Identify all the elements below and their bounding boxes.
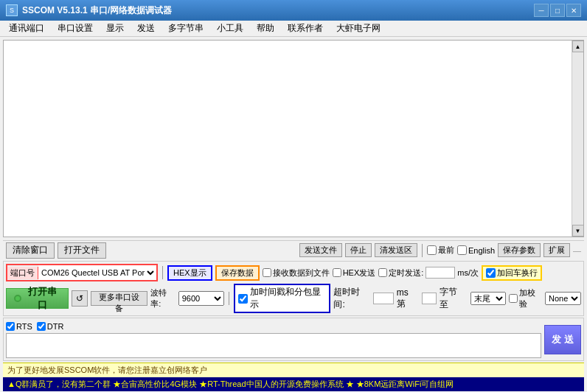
timed-send-box: 定时发送: 1000 ms/次 bbox=[378, 267, 479, 279]
hex-send-checkbox[interactable] bbox=[333, 268, 341, 277]
rts-dtr-row: RTS DTR bbox=[6, 322, 541, 331]
port-label: 端口号 bbox=[7, 267, 38, 279]
save-data-button[interactable]: 保存数据 bbox=[215, 265, 260, 281]
rts-checkbox[interactable] bbox=[6, 322, 15, 331]
hex-send-label[interactable]: HEX发送 bbox=[333, 267, 376, 279]
scroll-up-button[interactable]: ▲ bbox=[572, 41, 584, 52]
scroll-track[interactable] bbox=[572, 52, 583, 225]
app-icon: S bbox=[6, 4, 18, 16]
status-indicator bbox=[14, 295, 21, 302]
timed-interval-input[interactable]: 1000 bbox=[426, 267, 455, 279]
checksum-checkbox[interactable] bbox=[509, 294, 518, 303]
cr-lf-box: 加回车换行 bbox=[482, 265, 542, 281]
separator1 bbox=[422, 244, 423, 257]
receive-area[interactable]: ▲ ▼ bbox=[3, 40, 584, 237]
timed-send-checkbox[interactable] bbox=[378, 268, 387, 277]
rts-label[interactable]: RTS bbox=[6, 322, 32, 331]
scroll-down-button[interactable]: ▼ bbox=[572, 225, 584, 237]
port-config-row: 端口号 COM26 Quectel USB AT Port HEX显示 保存数据… bbox=[6, 264, 581, 281]
ticker-text: ▲Q群满员了，没有第二个群 ★合宙高性价比4G模块 ★RT-Thread中国人的… bbox=[7, 379, 454, 388]
port-select-box: 端口号 COM26 Quectel USB AT Port bbox=[6, 264, 158, 281]
minimize-button[interactable]: ─ bbox=[534, 4, 549, 17]
latest-checkbox-label[interactable]: 最前 bbox=[427, 245, 454, 256]
menu-port-settings[interactable]: 串口设置 bbox=[52, 21, 99, 36]
menu-multi-string[interactable]: 多字节串 bbox=[162, 21, 209, 36]
checksum-label[interactable]: 加校验 bbox=[509, 287, 542, 309]
english-checkbox[interactable] bbox=[457, 245, 467, 255]
notice-row: 为了更好地发展SSCOM软件，请您注册嘉立创网络客户 bbox=[3, 363, 584, 377]
menu-tools[interactable]: 小工具 bbox=[211, 21, 249, 36]
menu-display[interactable]: 显示 bbox=[100, 21, 130, 36]
menu-help[interactable]: 帮助 bbox=[251, 21, 280, 36]
menu-daxia[interactable]: 大虾电子网 bbox=[330, 21, 386, 36]
baud-select[interactable]: 9600 115200 4800 2400 1200 bbox=[178, 291, 224, 306]
menu-bar: 通讯端口 串口设置 显示 发送 多字节串 小工具 帮助 联系作者 大虾电子网 bbox=[0, 21, 587, 37]
timestamp-box: 加时间戳和分包显示 bbox=[234, 284, 330, 313]
timeout-label: 超时时间: bbox=[333, 286, 369, 311]
timed-unit: ms/次 bbox=[457, 267, 479, 279]
more-ports-button[interactable]: 更多串口设备 bbox=[91, 291, 147, 306]
window-controls: ─ □ ✕ bbox=[534, 4, 581, 17]
baud-label: 波特率: bbox=[150, 287, 176, 309]
notice-text: 为了更好地发展SSCOM软件，请您注册嘉立创网络客户 bbox=[7, 365, 207, 374]
send-button[interactable]: 发 送 bbox=[544, 325, 581, 354]
byte-unit: 字节 至 bbox=[440, 286, 468, 311]
maximize-button[interactable]: □ bbox=[550, 4, 565, 17]
send-section: RTS DTR 发 送 bbox=[3, 318, 584, 361]
open-port-button[interactable]: 打开串口 bbox=[6, 288, 69, 309]
send-file-button[interactable]: 发送文件 bbox=[299, 243, 342, 257]
expand-button[interactable]: 扩展 bbox=[543, 243, 570, 257]
vertical-scrollbar[interactable]: ▲ ▼ bbox=[572, 41, 583, 237]
stop-button[interactable]: 停止 bbox=[345, 243, 372, 257]
timestamp-label: 加时间戳和分包显示 bbox=[250, 286, 326, 311]
open-file-button[interactable]: 打开文件 bbox=[58, 242, 106, 259]
tail-select[interactable]: 末尾 bbox=[470, 292, 506, 305]
clear-send-button[interactable]: 清发送区 bbox=[375, 243, 417, 257]
app-title: SSCOM V5.13.1 串口/网络数据调试器 bbox=[22, 4, 172, 17]
separator2 bbox=[162, 266, 163, 279]
timed-send-label[interactable]: 定时发送: bbox=[378, 267, 423, 279]
checksum-select[interactable]: None bbox=[545, 292, 581, 305]
menu-send[interactable]: 发送 bbox=[131, 21, 161, 36]
timestamp-checkbox[interactable] bbox=[238, 294, 248, 304]
separator3 bbox=[229, 292, 229, 305]
bottom-panel: 端口号 COM26 Quectel USB AT Port HEX显示 保存数据… bbox=[3, 261, 584, 316]
ticker-row: ▲Q群满员了，没有第二个群 ★合宙高性价比4G模块 ★RT-Thread中国人的… bbox=[3, 377, 584, 391]
port-select[interactable]: COM26 Quectel USB AT Port bbox=[38, 265, 156, 280]
dtr-checkbox[interactable] bbox=[37, 322, 46, 331]
hex-display-button[interactable]: HEX显示 bbox=[167, 265, 212, 281]
cr-lf-checkbox[interactable] bbox=[486, 268, 496, 278]
port-controls-row: 打开串口 ↺ 更多串口设备 波特率: 9600 115200 4800 2400… bbox=[6, 284, 581, 313]
english-checkbox-label[interactable]: English bbox=[457, 245, 495, 255]
byte-num-input[interactable]: 1 bbox=[422, 293, 437, 304]
dtr-label[interactable]: DTR bbox=[37, 322, 64, 331]
timeout-unit: ms 第 bbox=[397, 287, 419, 310]
cr-lf-label: 加回车换行 bbox=[497, 267, 538, 279]
close-button[interactable]: ✕ bbox=[566, 4, 581, 17]
title-bar: S SSCOM V5.13.1 串口/网络数据调试器 ─ □ ✕ bbox=[0, 0, 587, 21]
timeout-input[interactable]: 20 bbox=[373, 293, 394, 304]
latest-checkbox[interactable] bbox=[427, 245, 437, 255]
refresh-ports-button[interactable]: ↺ bbox=[72, 290, 87, 307]
toolbar-row1: 清除窗口 打开文件 发送文件 停止 清发送区 最前 English 保存参数 扩… bbox=[3, 240, 584, 259]
send-textarea[interactable] bbox=[6, 333, 541, 358]
menu-contact[interactable]: 联系作者 bbox=[282, 21, 329, 36]
save-params-button[interactable]: 保存参数 bbox=[498, 243, 541, 257]
recv-to-file-label[interactable]: 接收数据到文件 bbox=[263, 267, 330, 279]
baud-box: 波特率: 9600 115200 4800 2400 1200 bbox=[150, 287, 224, 309]
recv-to-file-checkbox[interactable] bbox=[263, 268, 271, 277]
menu-comm-port[interactable]: 通讯端口 bbox=[3, 21, 50, 36]
clear-window-button[interactable]: 清除窗口 bbox=[6, 242, 55, 259]
